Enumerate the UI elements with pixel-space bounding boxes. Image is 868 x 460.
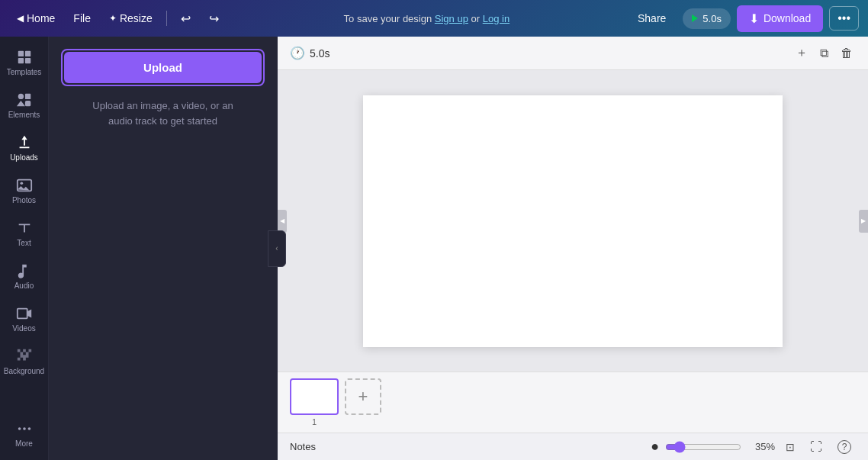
download-icon: ⬇ [749, 11, 759, 26]
clock-icon: 🕐 [290, 46, 305, 60]
canvas-bottom: 1 + [278, 372, 868, 433]
uploads-label: Uploads [10, 153, 38, 162]
collapse-icon: ‹ [275, 244, 278, 253]
upload-hint: Upload an image, a video, or anaudio tra… [92, 98, 233, 128]
panel-collapse-button[interactable]: ‹ [268, 230, 286, 267]
home-button[interactable]: ◀ Home [9, 9, 63, 27]
timer-badge: 🕐 5.0s [290, 46, 330, 60]
sidebar-item-audio[interactable]: Audio [3, 256, 46, 296]
audio-icon [16, 262, 33, 279]
more-label: More [15, 439, 33, 448]
fit-icon: ⊡ [786, 441, 795, 453]
file-button[interactable]: File [66, 9, 98, 27]
download-label: Download [764, 12, 811, 24]
svg-point-9 [20, 182, 23, 185]
upload-button-wrapper: Upload [61, 49, 265, 86]
share-label: Share [638, 12, 666, 24]
sidebar-item-videos[interactable]: Videos [3, 299, 46, 339]
play-button[interactable]: 5.0s [683, 8, 731, 29]
videos-label: Videos [12, 324, 35, 333]
videos-icon [16, 305, 33, 322]
photos-label: Photos [12, 196, 36, 204]
or-text: or [471, 13, 483, 24]
main-layout: Templates Elements Uploads Photo [0, 37, 868, 460]
canvas-add-button[interactable]: ＋ [792, 42, 811, 64]
sidebar-item-uploads[interactable]: Uploads [3, 128, 46, 168]
canvas-viewport[interactable]: ◀ ▶ [278, 70, 868, 372]
fullscreen-icon: ⛶ [810, 440, 822, 454]
resize-label: Resize [120, 12, 153, 24]
canvas-toolbar: 🕐 5.0s ＋ ⧉ 🗑 [278, 37, 868, 70]
design-canvas [363, 95, 783, 347]
uploads-icon [16, 134, 33, 151]
zoom-percent: 35% [747, 441, 775, 452]
signup-link[interactable]: Sign up [435, 13, 468, 24]
canvas-area: 🕐 5.0s ＋ ⧉ 🗑 ◀ ▶ [278, 37, 868, 460]
more-icon: ••• [837, 11, 850, 24]
home-label: Home [27, 12, 55, 24]
redo-button[interactable]: ↪ [201, 8, 227, 29]
resize-button[interactable]: ✦ Resize [101, 9, 160, 27]
svg-point-13 [27, 427, 31, 430]
text-label: Text [17, 239, 31, 247]
more-options-button[interactable]: ••• [829, 6, 859, 31]
svg-point-4 [18, 94, 23, 99]
add-page-button[interactable]: + [345, 378, 381, 415]
play-icon [692, 14, 698, 22]
elements-label: Elements [8, 111, 40, 119]
fit-to-screen-button[interactable]: ⊡ [781, 439, 799, 455]
sidebar-item-more[interactable]: More [3, 414, 46, 454]
more-icon [16, 420, 33, 437]
file-label: File [73, 12, 91, 24]
sidebar-item-background[interactable]: Background [3, 342, 46, 381]
page-1-number: 1 [312, 417, 317, 426]
page-1-thumb[interactable] [290, 378, 339, 415]
share-button[interactable]: Share [627, 8, 677, 29]
zoom-slider[interactable] [665, 441, 741, 453]
background-icon [16, 348, 33, 365]
svg-rect-0 [18, 51, 23, 56]
notes-label: Notes [290, 441, 316, 452]
svg-rect-1 [24, 51, 30, 56]
fullscreen-button[interactable]: ⛶ [805, 438, 827, 456]
sidebar-item-templates[interactable]: Templates [3, 43, 46, 82]
scroll-right-arrow[interactable]: ▶ [859, 210, 868, 233]
sidebar-item-elements[interactable]: Elements [3, 85, 46, 125]
audio-label: Audio [14, 281, 34, 290]
top-nav: ◀ Home File ✦ Resize ↩ ↪ To save your de… [0, 0, 868, 37]
upload-button[interactable]: Upload [64, 52, 262, 83]
svg-rect-3 [24, 58, 30, 63]
play-duration: 5.0s [702, 13, 722, 24]
canvas-delete-button[interactable]: 🗑 [837, 42, 856, 64]
scroll-left-arrow[interactable]: ◀ [278, 210, 287, 233]
svg-point-12 [23, 427, 26, 430]
download-button[interactable]: ⬇ Download [737, 5, 823, 32]
page-1-col: 1 [290, 378, 339, 426]
nav-divider [166, 11, 167, 26]
help-icon: ? [837, 440, 851, 454]
canvas-copy-button[interactable]: ⧉ [817, 42, 831, 64]
svg-rect-10 [17, 309, 27, 319]
save-prompt-text: To save your design [344, 13, 435, 24]
canvas-duration: 5.0s [310, 47, 330, 60]
background-label: Background [4, 367, 44, 375]
canvas-toolbar-right: ＋ ⧉ 🗑 [792, 42, 856, 64]
undo-button[interactable]: ↩ [173, 8, 198, 29]
svg-rect-7 [24, 101, 30, 106]
uploads-panel: Upload Upload an image, a video, or anau… [49, 37, 278, 460]
add-page-icon: + [358, 387, 368, 407]
upload-label: Upload [143, 61, 182, 74]
text-icon [16, 220, 33, 236]
templates-label: Templates [7, 68, 42, 76]
sidebar-item-photos[interactable]: Photos [3, 171, 46, 211]
svg-rect-5 [24, 94, 30, 99]
svg-point-11 [18, 427, 21, 430]
sidebar-item-text[interactable]: Text [3, 214, 46, 253]
nav-right: Share 5.0s ⬇ Download ••• [627, 5, 859, 32]
login-link[interactable]: Log in [483, 13, 510, 24]
svg-marker-6 [16, 101, 24, 106]
help-button[interactable]: ? [833, 438, 856, 456]
footer-bar: Notes ● 35% ⊡ ⛶ ? [278, 433, 868, 460]
templates-icon [16, 49, 33, 66]
nav-center-text: To save your design Sign up or Log in [230, 13, 624, 24]
